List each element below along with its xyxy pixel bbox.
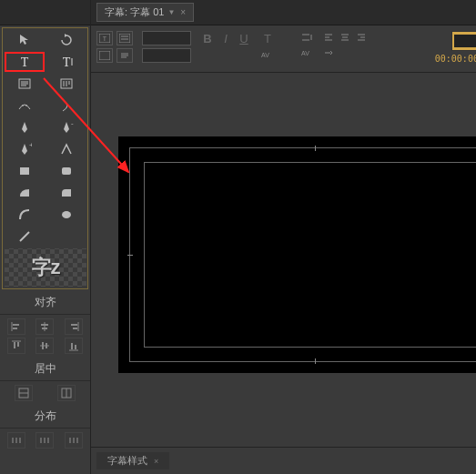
- align-top[interactable]: [7, 338, 25, 354]
- center-grid: [0, 381, 90, 405]
- font-family-select[interactable]: [142, 31, 191, 45]
- selection-tool[interactable]: [5, 30, 45, 50]
- svg-rect-46: [99, 51, 110, 60]
- timecode-box: 00:00:00:00: [435, 31, 476, 64]
- svg-rect-34: [19, 438, 21, 443]
- svg-rect-32: [12, 438, 14, 443]
- area-type-tool[interactable]: [5, 74, 45, 94]
- align-vcenter[interactable]: [35, 338, 54, 354]
- section-center-title: 居中: [0, 358, 90, 381]
- tick-top: [315, 146, 316, 151]
- svg-rect-12: [13, 328, 17, 329]
- wedge-tool[interactable]: [5, 183, 45, 203]
- distribute-1[interactable]: [7, 432, 25, 449]
- svg-rect-6: [20, 167, 29, 175]
- svg-text:T: T: [21, 55, 29, 69]
- template-icon-1[interactable]: T: [96, 31, 113, 45]
- distribute-2[interactable]: [35, 432, 54, 449]
- svg-point-8: [62, 211, 71, 218]
- prop-leading: AV: [300, 31, 313, 59]
- svg-text:AV: AV: [261, 52, 269, 58]
- svg-rect-20: [14, 342, 15, 348]
- tick-bottom: [315, 358, 316, 364]
- timecode-value[interactable]: 00:00:00:00: [435, 54, 476, 64]
- tab-label: 字幕: 字幕 01: [105, 5, 164, 19]
- rounded-corner-tool[interactable]: [46, 183, 86, 203]
- tab-icon[interactable]: [322, 46, 335, 59]
- template-icon-3[interactable]: [96, 48, 113, 63]
- template-icon-4[interactable]: [116, 48, 133, 63]
- tab-header: 字幕: 字幕 01 ▼ × ▾≡: [91, 0, 476, 25]
- svg-line-9: [20, 232, 29, 241]
- font-style-select[interactable]: [142, 48, 191, 63]
- property-bar: T B I U T: [91, 25, 476, 73]
- convert-anchor-tool[interactable]: [46, 139, 86, 159]
- svg-rect-38: [69, 438, 71, 443]
- type-size-icon: T: [260, 31, 275, 45]
- title-safe-margin: [144, 162, 476, 348]
- size-value[interactable]: [279, 32, 291, 45]
- vertical-area-type-tool[interactable]: [46, 74, 86, 94]
- prop-paragraph: [322, 31, 368, 59]
- kerning-value[interactable]: [277, 48, 289, 61]
- tab-close-icon[interactable]: ×: [180, 7, 186, 17]
- svg-text:-: -: [71, 120, 74, 127]
- svg-text:+: +: [29, 142, 32, 149]
- path-type-tool[interactable]: [5, 96, 45, 116]
- tool-preview: 字z: [5, 248, 86, 287]
- align-center-icon[interactable]: [339, 31, 351, 44]
- right-panel: 字幕: 字幕 01 ▼ × ▾≡ T: [91, 0, 476, 474]
- canvas-area: [91, 73, 476, 447]
- distribute-3[interactable]: [65, 432, 83, 449]
- underline-button[interactable]: U: [237, 31, 251, 45]
- svg-rect-14: [41, 324, 48, 326]
- leading-icon: [300, 31, 313, 44]
- align-hcenter[interactable]: [35, 318, 54, 335]
- tab-close-icon[interactable]: ×: [154, 457, 158, 466]
- svg-rect-7: [62, 167, 71, 175]
- svg-rect-11: [13, 324, 19, 326]
- video-preview-icon[interactable]: [451, 31, 476, 51]
- align-left-icon[interactable]: [322, 31, 335, 44]
- title-canvas[interactable]: [118, 136, 476, 373]
- titlebar-spacer: [0, 0, 90, 25]
- rectangle-tool[interactable]: [5, 161, 45, 181]
- svg-rect-21: [17, 342, 19, 347]
- align-left[interactable]: [7, 318, 25, 335]
- svg-rect-24: [46, 343, 47, 348]
- section-distribute-title: 分布: [0, 405, 90, 429]
- rounded-rectangle-tool[interactable]: [46, 161, 86, 181]
- svg-rect-27: [75, 345, 76, 349]
- section-align-title: 对齐: [0, 291, 90, 315]
- add-anchor-tool[interactable]: +: [5, 139, 45, 159]
- svg-rect-35: [40, 438, 42, 443]
- svg-rect-17: [71, 324, 77, 326]
- kerning-icon: AV: [260, 48, 273, 61]
- line-tool[interactable]: [5, 227, 45, 247]
- prop-font: [142, 31, 191, 63]
- align-right-icon[interactable]: [355, 31, 368, 44]
- svg-text:T: T: [63, 55, 71, 69]
- arc-tool[interactable]: [5, 205, 45, 225]
- pen-tool[interactable]: [5, 117, 45, 137]
- styles-tab[interactable]: 字幕样式 ×: [96, 452, 169, 469]
- align-grid: [0, 315, 90, 358]
- center-vertical[interactable]: [15, 385, 33, 401]
- title-tab[interactable]: 字幕: 字幕 01 ▼ ×: [96, 3, 194, 22]
- bold-button[interactable]: B: [200, 31, 215, 45]
- dropdown-icon: ▼: [167, 8, 175, 16]
- italic-button[interactable]: I: [218, 31, 233, 45]
- vertical-path-type-tool[interactable]: [46, 96, 86, 116]
- center-horizontal[interactable]: [57, 385, 76, 401]
- align-right[interactable]: [65, 318, 83, 335]
- type-tool[interactable]: T: [5, 52, 45, 72]
- align-bottom[interactable]: [65, 338, 83, 354]
- delete-anchor-tool[interactable]: -: [46, 117, 86, 137]
- ellipse-tool[interactable]: [46, 205, 86, 225]
- rotate-tool[interactable]: [46, 30, 86, 50]
- template-icon-2[interactable]: [116, 31, 133, 45]
- svg-rect-36: [44, 438, 46, 443]
- tracking-icon: AV: [300, 46, 313, 59]
- vertical-type-tool[interactable]: T: [46, 52, 86, 72]
- svg-rect-26: [71, 343, 73, 349]
